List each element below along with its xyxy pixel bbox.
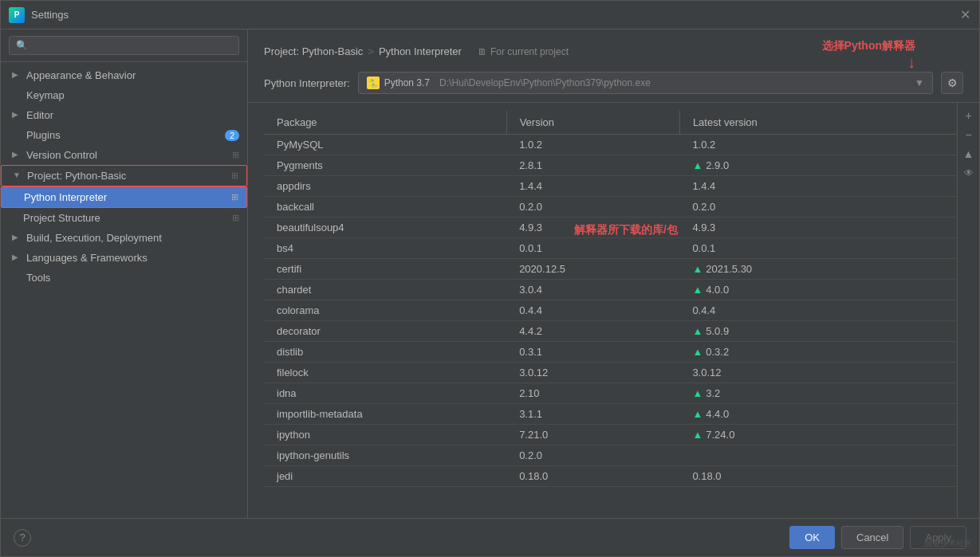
package-version: 2.8.1 — [506, 155, 679, 176]
interpreter-selector[interactable]: 🐍 Python 3.7 D:\Hui\DevelopEnv\Python\Py… — [358, 72, 933, 94]
table-row[interactable]: bs40.0.10.0.1 — [264, 238, 957, 259]
sidebar-item-keymap[interactable]: Keymap — [1, 85, 247, 105]
window-title: Settings — [31, 9, 69, 21]
copy-icon: ⊞ — [232, 150, 239, 160]
bottom-bar: ? OK Cancel Apply — [1, 518, 979, 556]
sidebar-item-label: Plugins — [26, 129, 61, 141]
cancel-button[interactable]: Cancel — [841, 526, 903, 549]
sidebar-item-project[interactable]: ▼ Project: Python-Basic ⊞ — [1, 165, 247, 186]
chevron-right-icon: ▶ — [12, 233, 23, 244]
sidebar-item-tools[interactable]: Tools — [1, 268, 247, 288]
package-name: beautifulsoup4 — [264, 218, 506, 238]
upgrade-arrow-icon: ▲ — [692, 159, 703, 171]
upgrade-package-button[interactable]: ▲ — [961, 146, 977, 162]
table-row[interactable]: appdirs1.4.41.4.4 — [264, 176, 957, 197]
package-version: 2.10 — [506, 383, 679, 404]
package-name: idna — [264, 383, 506, 404]
package-latest: 0.2.0 — [679, 197, 957, 218]
annotation-area: 选择Python解释器 ↓ — [822, 39, 915, 72]
package-version: 7.21.0 — [506, 425, 679, 445]
sidebar-item-project-structure[interactable]: Project Structure ⊞ — [1, 208, 247, 228]
package-name: ipython-genutils — [264, 445, 506, 466]
package-version: 4.9.3 — [506, 218, 679, 238]
package-name: ipython — [264, 425, 506, 445]
upgrade-arrow-icon: ▲ — [692, 429, 703, 441]
annotation-arrow-icon: ↓ — [907, 53, 915, 72]
package-version: 0.18.0 — [506, 466, 679, 487]
table-row[interactable]: Pygments2.8.1▲2.9.0 — [264, 155, 957, 176]
chevron-down-icon: ▼ — [13, 171, 24, 182]
sidebar-item-plugins[interactable]: Plugins 2 — [1, 125, 247, 145]
help-button[interactable]: ? — [14, 529, 31, 547]
nav-list: ▶ Appearance & Behavior Keymap ▶ Editor … — [1, 62, 247, 518]
upgrade-arrow-icon: ▲ — [692, 346, 703, 358]
col-package[interactable]: Package — [264, 111, 506, 135]
package-latest: 4.9.3 — [679, 218, 957, 238]
table-row[interactable]: importlib-metadata3.1.1▲4.4.0 — [264, 404, 957, 425]
package-name: decorator — [264, 321, 506, 342]
package-latest: 3.0.12 — [679, 363, 957, 383]
table-row[interactable]: distlib0.3.1▲0.3.2 — [264, 342, 957, 363]
watermark: 掘金技术社区 — [924, 538, 972, 549]
package-latest: ▲4.4.0 — [679, 404, 957, 425]
sidebar-item-label: Tools — [26, 272, 50, 284]
table-row[interactable]: jedi0.18.00.18.0 — [264, 466, 957, 487]
copy-icon: ⊞ — [231, 171, 238, 181]
table-row[interactable]: certifi2020.12.5▲2021.5.30 — [264, 259, 957, 280]
sidebar-item-build[interactable]: ▶ Build, Execution, Deployment — [1, 228, 247, 248]
table-row[interactable]: beautifulsoup44.9.34.9.3 — [264, 218, 957, 238]
col-latest[interactable]: Latest version — [679, 111, 957, 135]
add-package-button[interactable]: + — [961, 108, 977, 124]
panel-content: Package Version Latest version PyMySQL1.… — [248, 103, 979, 518]
copy-icon: ⊞ — [231, 192, 238, 202]
close-button[interactable]: ✕ — [958, 9, 971, 22]
table-row[interactable]: PyMySQL1.0.21.0.2 — [264, 135, 957, 155]
package-latest: ▲7.24.0 — [679, 425, 957, 445]
sidebar-item-languages[interactable]: ▶ Languages & Frameworks — [1, 248, 247, 268]
package-name: colorama — [264, 300, 506, 321]
package-latest: 1.4.4 — [679, 176, 957, 197]
sidebar-item-editor[interactable]: ▶ Editor — [1, 105, 247, 125]
package-name: backcall — [264, 197, 506, 218]
table-row[interactable]: filelock3.0.123.0.12 — [264, 363, 957, 383]
package-name: appdirs — [264, 176, 506, 197]
python-icon: 🐍 — [367, 76, 380, 89]
sidebar-item-label: Project Structure — [23, 212, 100, 224]
table-row[interactable]: ipython7.21.0▲7.24.0 — [264, 425, 957, 445]
sidebar-item-appearance[interactable]: ▶ Appearance & Behavior — [1, 65, 247, 85]
package-latest: ▲2021.5.30 — [679, 259, 957, 280]
package-version: 3.1.1 — [506, 404, 679, 425]
ok-button[interactable]: OK — [789, 526, 835, 549]
sidebar-item-label: Keymap — [26, 89, 65, 101]
table-row[interactable]: decorator4.4.2▲5.0.9 — [264, 321, 957, 342]
doc-icon: 🗎 — [478, 46, 487, 57]
package-name: distlib — [264, 342, 506, 363]
breadcrumb: Project: Python-Basic > Python Interpret… — [264, 45, 569, 57]
package-version: 0.2.0 — [506, 445, 679, 466]
interpreter-path: D:\Hui\DevelopEnv\Python\Python379\pytho… — [439, 77, 651, 88]
sidebar-item-python-interpreter[interactable]: Python Interpreter ⊞ — [1, 186, 247, 208]
sidebar-item-version-control[interactable]: ▶ Version Control ⊞ — [1, 145, 247, 165]
gear-button[interactable]: ⚙ — [941, 72, 963, 94]
settings-window: P Settings ✕ ▶ Appearance & Behavior Key… — [0, 0, 980, 557]
col-version[interactable]: Version — [506, 111, 679, 135]
table-row[interactable]: chardet3.0.4▲4.0.0 — [264, 280, 957, 300]
main-panel: Project: Python-Basic > Python Interpret… — [248, 29, 979, 518]
table-row[interactable]: idna2.10▲3.2 — [264, 383, 957, 404]
package-version: 1.0.2 — [506, 135, 679, 155]
chevron-right-icon: ▶ — [12, 253, 23, 264]
table-wrapper[interactable]: Package Version Latest version PyMySQL1.… — [264, 111, 957, 518]
remove-package-button[interactable]: − — [961, 127, 977, 143]
chevron-right-icon: ▶ — [12, 70, 23, 81]
interpreter-row: Python Interpreter: 🐍 Python 3.7 D:\Hui\… — [264, 72, 963, 94]
package-name: bs4 — [264, 238, 506, 259]
annotation-text: 选择Python解释器 — [822, 39, 915, 53]
table-row[interactable]: ipython-genutils0.2.0 — [264, 445, 957, 466]
table-row[interactable]: colorama0.4.40.4.4 — [264, 300, 957, 321]
table-row[interactable]: backcall0.2.00.2.0 — [264, 197, 957, 218]
sidebar: ▶ Appearance & Behavior Keymap ▶ Editor … — [1, 29, 248, 518]
show-packages-button[interactable]: 👁 — [961, 165, 977, 181]
package-version: 4.4.2 — [506, 321, 679, 342]
search-input[interactable] — [9, 36, 239, 55]
package-name: PyMySQL — [264, 135, 506, 155]
